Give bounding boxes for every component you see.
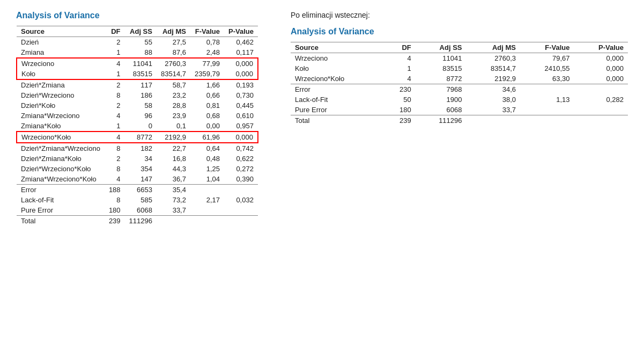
intro-text: Po eliminacji wstecznej:	[291, 11, 628, 19]
table-row: Pure Error180606833,7	[291, 105, 628, 115]
left-title: Analysis of Variance	[16, 11, 258, 20]
table-row: Dzień*Wrzeciono818623,20,660,730	[17, 90, 258, 100]
table-row: Wrzeciono*Koło487722192,961,960,000	[17, 132, 258, 143]
table-row: Koło18351583514,72359,790,000	[17, 69, 258, 79]
table-row: Dzień*Wrzeciono*Koło835444,31,250,272	[17, 164, 258, 174]
total-row: Total239111296	[17, 216, 258, 227]
right-table-foot: Error230796834,6 Lack-of-Fit50190038,01,…	[291, 84, 628, 126]
r-col-fval: F-Value	[520, 42, 574, 53]
r-col-df: DF	[383, 42, 416, 53]
col-fval: F-Value	[190, 26, 224, 37]
table-row: Lack-of-Fit858573,22,170,032	[17, 195, 258, 205]
col-df: DF	[105, 26, 125, 37]
table-row: Dzień*Koło25828,80,810,445	[17, 100, 258, 111]
table-row: Dzień*Zmiana*Koło23416,80,480,622	[17, 154, 258, 164]
left-table-wrapper: Source DF Adj SS Adj MS F-Value P-Value …	[16, 26, 258, 226]
r-col-adjss: Adj SS	[416, 42, 467, 53]
right-table-header: Source DF Adj SS Adj MS F-Value P-Value	[291, 42, 628, 53]
table-row: Wrzeciono4110412760,377,990,000	[17, 58, 258, 69]
table-row: Dzień25527,50,780,462	[17, 37, 258, 48]
table-row: Koło18351583514,72410,550,000	[291, 63, 628, 74]
left-table-foot: Error188665335,4 Lack-of-Fit858573,22,17…	[17, 185, 258, 227]
col-adjms: Adj MS	[157, 26, 190, 37]
right-table-body: Wrzeciono4110412760,379,670,000Koło18351…	[291, 53, 628, 84]
table-row: Dzień*Zmiana*Wrzeciono818222,70,640,742	[17, 143, 258, 154]
table-row: Wrzeciono*Koło487722192,963,300,000	[291, 74, 628, 84]
right-table-wrapper: Source DF Adj SS Adj MS F-Value P-Value …	[291, 42, 628, 126]
table-row: Wrzeciono4110412760,379,670,000	[291, 53, 628, 64]
r-col-pval: P-Value	[574, 42, 628, 53]
r-col-adjms: Adj MS	[467, 42, 521, 53]
col-pval: P-Value	[224, 26, 258, 37]
table-row: Zmiana*Wrzeciono*Koło414736,71,040,390	[17, 174, 258, 185]
left-anova-table: Source DF Adj SS Adj MS F-Value P-Value …	[16, 26, 258, 226]
left-table-body: Dzień25527,50,780,462Zmiana18887,62,480,…	[17, 37, 258, 185]
right-panel: Po eliminacji wstecznej: Analysis of Var…	[291, 11, 628, 226]
page-layout: Analysis of Variance Source DF Adj SS Ad…	[16, 11, 628, 226]
col-source: Source	[17, 26, 105, 37]
table-row: Zmiana*Koło100,10,000,957	[17, 121, 258, 132]
table-row: Dzień*Zmiana211758,71,660,193	[17, 79, 258, 90]
left-table-header: Source DF Adj SS Adj MS F-Value P-Value	[17, 26, 258, 37]
left-panel: Analysis of Variance Source DF Adj SS Ad…	[16, 11, 258, 226]
table-row: Lack-of-Fit50190038,01,130,282	[291, 94, 628, 105]
total-row: Total239111296	[291, 115, 628, 126]
table-row: Zmiana*Wrzeciono49623,90,680,610	[17, 111, 258, 121]
r-col-source: Source	[291, 42, 383, 53]
table-row: Zmiana18887,62,480,117	[17, 47, 258, 58]
table-row: Error230796834,6	[291, 84, 628, 95]
right-title: Analysis of Variance	[291, 27, 628, 37]
table-row: Pure Error180606833,7	[17, 205, 258, 216]
col-adjss: Adj SS	[125, 26, 157, 37]
right-anova-table: Source DF Adj SS Adj MS F-Value P-Value …	[291, 42, 628, 126]
table-row: Error188665335,4	[17, 185, 258, 195]
